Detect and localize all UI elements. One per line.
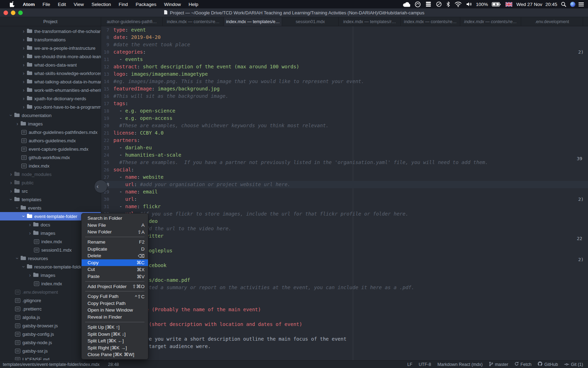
tab-1[interactable]: index.mdx — contents/re… — [163, 17, 224, 26]
code-line-8[interactable]: 8date: 2019-04-20 — [102, 34, 588, 41]
code-line-14[interactable]: 14#eg. images/image.png. This is the ima… — [102, 78, 588, 85]
tree-row-event-capture-guidelines.mdx[interactable]: ›event-capture-guidelines.mdx — [0, 145, 101, 153]
menu-item-search-in-folder[interactable]: Search in Folder — [82, 215, 148, 222]
code-line-36[interactable]: 36 url: — [102, 240, 588, 247]
code-line-51[interactable]: 51 — [102, 350, 588, 357]
menu-bar-item-edit[interactable]: Edit — [54, 0, 70, 8]
code-line-21[interactable]: 21license: CCBY 4.0 — [102, 129, 588, 137]
menu-item-cut[interactable]: Cut⌘X — [82, 266, 148, 273]
chevron-collapsed-icon[interactable]: › — [28, 231, 32, 236]
code-line-9[interactable]: 9#date the event took place — [102, 41, 588, 48]
code-line-18[interactable]: 18 - e.g. open-science — [102, 107, 588, 115]
tree-row-author-guidelines-pathfinders.mdx[interactable]: ›author-guidelines-pathfinders.mdx — [0, 128, 101, 136]
cursor-position[interactable]: 28:48 — [108, 362, 119, 367]
code-line-20[interactable]: 20 #These are examples, choose whichever… — [102, 122, 588, 129]
tree-row-authors-guidelines.mdx[interactable]: ›authors-guidelines.mdx — [0, 136, 101, 145]
chevron-collapsed-icon[interactable]: › — [21, 96, 26, 101]
chevron-expanded-icon[interactable]: › — [15, 256, 20, 261]
chevron-collapsed-icon[interactable]: › — [21, 71, 26, 76]
code-line-34[interactable]: 34 url: #add the url to the video here. — [102, 225, 588, 232]
tab-5[interactable]: index.mdx — contents/re… — [401, 17, 460, 26]
code-line-26[interactable]: 26social: — [102, 166, 588, 173]
chevron-expanded-icon[interactable]: › — [21, 265, 26, 269]
menu-item-split-up-k[interactable]: Split Up [⌘K ↑] — [82, 323, 148, 330]
menu-bar-item-atom[interactable]: Atom — [19, 0, 39, 8]
tree-row-documentation[interactable]: ›documentation — [0, 111, 101, 120]
menu-item-duplicate[interactable]: DuplicateD — [82, 245, 148, 252]
creative-cloud-icon[interactable] — [414, 1, 421, 7]
code-line-17[interactable]: 17tags: — [102, 100, 588, 107]
chevron-collapsed-icon[interactable]: › — [21, 104, 26, 109]
code-line-30[interactable]: 30 url: — [102, 196, 588, 203]
tab-4[interactable]: index.mdx — templates/r… — [339, 17, 401, 26]
chevron-expanded-icon[interactable]: › — [15, 206, 20, 210]
wifi-icon[interactable] — [454, 2, 462, 7]
chevron-collapsed-icon[interactable]: › — [28, 222, 32, 227]
do-not-disturb-icon[interactable] — [435, 1, 442, 7]
code-line-39[interactable]: 39 - name: facebook — [102, 262, 588, 269]
code-line-12[interactable]: 12abstract: short description of the eve… — [102, 63, 588, 70]
tab-2[interactable]: index.mdx — templates/e… — [224, 17, 282, 26]
menu-bar-item-help[interactable]: Help — [185, 0, 202, 8]
menu-bar-item-packages[interactable]: Packages — [132, 0, 160, 8]
chevron-collapsed-icon[interactable]: › — [21, 29, 26, 34]
menu-item-reveal-in-finder[interactable]: Reveal in Finder — [82, 314, 148, 321]
chevron-collapsed-icon[interactable]: › — [9, 172, 13, 177]
tree-row-images[interactable]: ›images — [0, 120, 101, 128]
chevron-collapsed-icon[interactable]: › — [28, 273, 32, 278]
tree-row-what-talking-about-data-in-human[interactable]: ›what-talking-about-data-in-human — [0, 77, 101, 86]
tree-row-you-dont-have-to-be-a-programmer[interactable]: ›you-dont-have-to-be-a-programmer — [0, 103, 101, 111]
menu-item-rename[interactable]: RenameF2 — [82, 239, 148, 246]
code-line-11[interactable]: 11 - events — [102, 56, 588, 63]
code-line-43[interactable]: 43 — [102, 291, 588, 299]
tree-row-we-should-think-more-about-learn[interactable]: ›we-should-think-more-about-learn — [0, 52, 101, 61]
chevron-expanded-icon[interactable]: › — [9, 113, 14, 118]
minimize-window-button[interactable] — [11, 11, 15, 15]
menu-item-copy[interactable]: Copy⌘C — [82, 259, 148, 266]
code-line-50[interactable]: 50and who the target audience were. — [102, 343, 588, 350]
tab-3[interactable]: session01.mdx — [282, 17, 339, 26]
tree-row-we-are-a-people-infrastructure[interactable]: ›we-are-a-people-infrastructure — [0, 44, 101, 52]
window-title-bar[interactable]: Project — ~/Google Drive/TCD Work/DARIAH… — [0, 8, 588, 17]
menu-item-new-folder[interactable]: New Folder⇧A — [82, 229, 148, 236]
code-line-16[interactable]: 16#This will sit as the background image… — [102, 93, 588, 100]
github-panel-button[interactable]: GitHub — [538, 361, 558, 367]
menu-item-delete[interactable]: Delete⌫ — [82, 252, 148, 259]
chevron-collapsed-icon[interactable]: › — [9, 180, 13, 185]
battery-icon[interactable] — [491, 2, 502, 7]
menu-item-split-down-k[interactable]: Split Down [⌘K ↓] — [82, 330, 148, 338]
chevron-collapsed-icon[interactable]: › — [15, 121, 20, 126]
bluetooth-icon[interactable] — [446, 1, 451, 7]
code-line-48[interactable]: 48 — [102, 328, 588, 335]
tree-row-the-transformation-of-the-scholar[interactable]: ›the-transformation-of-the-scholar — [0, 27, 101, 35]
chevron-collapsed-icon[interactable]: › — [21, 88, 26, 93]
siri-icon[interactable] — [570, 2, 575, 7]
code-line-7[interactable]: 7type: event — [102, 26, 588, 34]
editor-pane[interactable]: 7type: event8date: 2019-04-209#date the … — [102, 26, 588, 360]
chevron-collapsed-icon[interactable]: › — [21, 46, 26, 50]
code-line-41[interactable]: 41 doc: docs/doc-name.pdf — [102, 277, 588, 284]
volume-icon[interactable] — [465, 2, 473, 7]
encoding-indicator[interactable]: UTF-8 — [419, 362, 431, 367]
close-window-button[interactable] — [4, 11, 8, 15]
tab-7[interactable]: .env.development — [521, 17, 583, 26]
code-line-37[interactable]: 37 - name: googleplus — [102, 247, 588, 254]
menu-bar-item-selection[interactable]: Selection — [88, 0, 115, 8]
grammar-indicator[interactable]: Markdown React (mdx) — [438, 362, 483, 367]
code-line-27[interactable]: 27 - name: website — [102, 173, 588, 181]
stack-icon[interactable] — [425, 2, 432, 7]
code-line-31[interactable]: 31 - name: flickr — [102, 203, 588, 210]
tree-row-github-workflow.mdx[interactable]: ›github-workflow.mdx — [0, 153, 101, 162]
code-line-10[interactable]: 10categories: — [102, 48, 588, 56]
code-line-22[interactable]: 22partners: — [102, 137, 588, 144]
code-line-19[interactable]: 19 - e.g. open-access — [102, 115, 588, 122]
tree-row-what-skills-knowledge-workforces[interactable]: ›what-skills-knowledge-workforces — [0, 69, 101, 77]
code-line-40[interactable]: 40 url: — [102, 269, 588, 277]
tree-row-index.mdx[interactable]: ›index.mdx — [0, 162, 101, 170]
chevron-collapsed-icon[interactable]: › — [21, 37, 26, 42]
tab-6[interactable]: index.mdx — contents/re… — [460, 17, 521, 26]
code-line-47[interactable]: 47## Subtitle (short description with lo… — [102, 321, 588, 328]
menu-bar-item-file[interactable]: File — [39, 0, 54, 8]
menu-item-copy-project-path[interactable]: Copy Project Path — [82, 300, 148, 307]
tree-row-what-does-data-want[interactable]: ›what-does-data-want — [0, 61, 101, 69]
